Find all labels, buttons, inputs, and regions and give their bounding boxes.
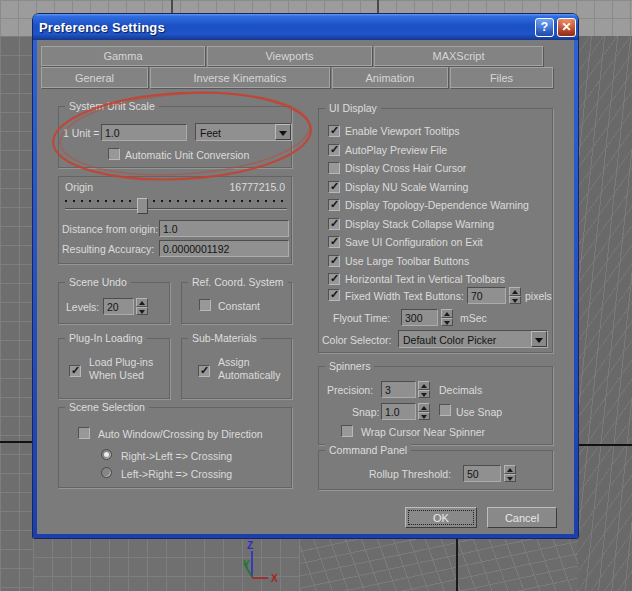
spinner-up-button[interactable]	[418, 381, 430, 390]
left-right-crossing-radio[interactable]	[101, 467, 112, 478]
tab-gamma[interactable]: Gamma	[41, 46, 205, 66]
group-scene-selection: Scene Selection Auto Window/Crossing by …	[58, 407, 292, 488]
automatic-unit-conversion-checkbox[interactable]	[108, 148, 120, 160]
pixels-suffix-label: pixels	[525, 290, 552, 302]
load-plugins-label-line1: Load Plug-ins	[89, 356, 153, 368]
spinner-up-button[interactable]	[418, 403, 430, 412]
ui-display-checkbox-label: Display Topology-Dependence Warning	[345, 199, 529, 211]
spinner-up-button[interactable]	[504, 465, 516, 474]
tab-label: Animation	[366, 72, 415, 84]
snap-field[interactable]: 1.0	[381, 403, 416, 420]
fixed-width-spinner[interactable]	[509, 287, 521, 304]
group-title: Command Panel	[325, 444, 411, 456]
spinner-down-button[interactable]	[418, 412, 430, 421]
group-title: Ref. Coord. System	[188, 276, 288, 288]
tab-viewports[interactable]: Viewports	[207, 46, 372, 66]
right-left-crossing-label: Right->Left => Crossing	[121, 450, 232, 462]
left-right-crossing-label: Left->Right => Crossing	[121, 468, 232, 480]
precision-spinner[interactable]	[418, 381, 430, 398]
snap-spinner[interactable]	[418, 403, 430, 420]
ui-display-checkbox-row: Display Stack Collapse Warning	[319, 215, 548, 234]
tab-label: Files	[490, 72, 513, 84]
right-left-crossing-radio[interactable]	[101, 449, 112, 460]
tab-label: Inverse Kinematics	[194, 72, 287, 84]
dropdown-arrow-icon[interactable]	[531, 331, 547, 347]
group-title: Scene Undo	[65, 276, 131, 288]
ui-display-checkbox[interactable]	[328, 236, 340, 248]
spinner-down-button[interactable]	[504, 474, 516, 483]
max-viewport-background: Z Y X Preference Settings ? ✕ Gamma View…	[0, 0, 632, 591]
cancel-button[interactable]: Cancel	[487, 507, 557, 528]
tab-files[interactable]: Files	[450, 67, 553, 88]
help-button[interactable]: ?	[535, 18, 554, 37]
origin-label: Origin	[65, 181, 93, 193]
group-title: Spinners	[325, 360, 374, 372]
tab-inverse-kinematics[interactable]: Inverse Kinematics	[150, 67, 330, 88]
precision-field[interactable]: 3	[381, 381, 416, 398]
use-snap-checkbox[interactable]	[439, 404, 451, 416]
unit-type-dropdown[interactable]: Feet	[195, 123, 292, 141]
rollup-threshold-spinner[interactable]	[504, 465, 516, 482]
dropdown-arrow-icon[interactable]	[275, 124, 291, 140]
assign-automatically-checkbox[interactable]	[198, 365, 210, 377]
tab-label: Gamma	[103, 50, 142, 62]
spinner-up-button[interactable]	[509, 287, 521, 296]
auto-window-crossing-checkbox[interactable]	[78, 427, 90, 439]
ui-display-checkbox[interactable]	[328, 144, 340, 156]
ui-display-checkbox[interactable]	[328, 218, 340, 230]
group-plugin-loading: Plug-In Loading Load Plug-ins When Used	[58, 338, 170, 399]
unit-value-field[interactable]: 1.0	[101, 124, 187, 141]
ui-display-checkbox[interactable]	[328, 255, 340, 267]
load-plugins-checkbox[interactable]	[69, 365, 81, 377]
group-sub-materials: Sub-Materials Assign Automatically	[181, 338, 292, 399]
ui-display-checkbox[interactable]	[328, 199, 340, 211]
ui-display-checkbox[interactable]	[328, 273, 340, 285]
group-title: System Unit Scale	[65, 100, 159, 112]
fixed-width-text-buttons-label: Fixed Width Text Buttons:	[345, 290, 464, 302]
ui-display-checkbox[interactable]	[328, 181, 340, 193]
tab-general[interactable]: General	[41, 67, 148, 88]
distance-from-origin-field[interactable]: 1.0	[159, 220, 289, 237]
origin-slider-track[interactable]	[65, 208, 287, 210]
tab-animation[interactable]: Animation	[332, 67, 448, 88]
constant-checkbox[interactable]	[199, 299, 211, 311]
ui-display-checkbox-label: Enable Viewport Tooltips	[345, 125, 460, 137]
dialog-titlebar[interactable]: Preference Settings ? ✕	[33, 14, 578, 40]
ui-display-checkbox[interactable]	[328, 125, 340, 137]
spinner-down-button[interactable]	[509, 296, 521, 305]
wrap-cursor-checkbox[interactable]	[341, 425, 353, 437]
flyout-time-spinner[interactable]	[441, 309, 453, 326]
group-origin: Origin 16777215.0 Distance from origin: …	[58, 176, 292, 264]
spinner-up-button[interactable]	[136, 298, 148, 307]
spinner-down-button[interactable]	[136, 307, 148, 316]
group-command-panel: Command Panel Rollup Threshold: 50	[318, 450, 553, 490]
close-icon: ✕	[561, 20, 571, 34]
spinner-down-button[interactable]	[441, 318, 453, 327]
origin-slider-handle[interactable]	[137, 198, 148, 214]
dialog-body: Gamma Viewports MAXScript General Invers…	[37, 40, 574, 534]
levels-field[interactable]: 20	[103, 298, 134, 315]
viewport-grid-left	[0, 36, 33, 591]
spinner-up-button[interactable]	[441, 309, 453, 318]
rollup-threshold-field[interactable]: 50	[463, 465, 501, 482]
levels-spinner[interactable]	[136, 298, 148, 315]
unit-type-value: Feet	[196, 124, 275, 140]
spinner-down-button[interactable]	[418, 390, 430, 399]
group-ref-coord-system: Ref. Coord. System Constant	[181, 282, 292, 324]
group-spinners: Spinners Precision: 3 Decimals Snap: 1.0…	[318, 366, 553, 445]
fixed-width-text-buttons-checkbox[interactable]	[328, 289, 340, 301]
flyout-time-field[interactable]: 300	[401, 309, 438, 326]
fixed-width-field[interactable]: 70	[467, 287, 506, 304]
ui-display-checkbox[interactable]	[328, 162, 340, 174]
viewport-horizon-line	[0, 441, 33, 443]
resulting-accuracy-field[interactable]: 0.0000001192	[159, 240, 289, 257]
viewport-grid-right	[578, 36, 632, 591]
close-button[interactable]: ✕	[557, 18, 576, 37]
ui-display-checkbox-row: Use Large Toolbar Buttons	[319, 252, 548, 271]
group-ui-display: UI Display Enable Viewport TooltipsAutoP…	[318, 108, 553, 353]
tab-maxscript[interactable]: MAXScript	[374, 46, 543, 66]
group-scene-undo: Scene Undo Levels: 20	[58, 282, 170, 324]
ok-button[interactable]: OK	[405, 507, 477, 528]
origin-slider-ticks	[65, 200, 287, 202]
color-selector-dropdown[interactable]: Default Color Picker	[398, 330, 548, 348]
